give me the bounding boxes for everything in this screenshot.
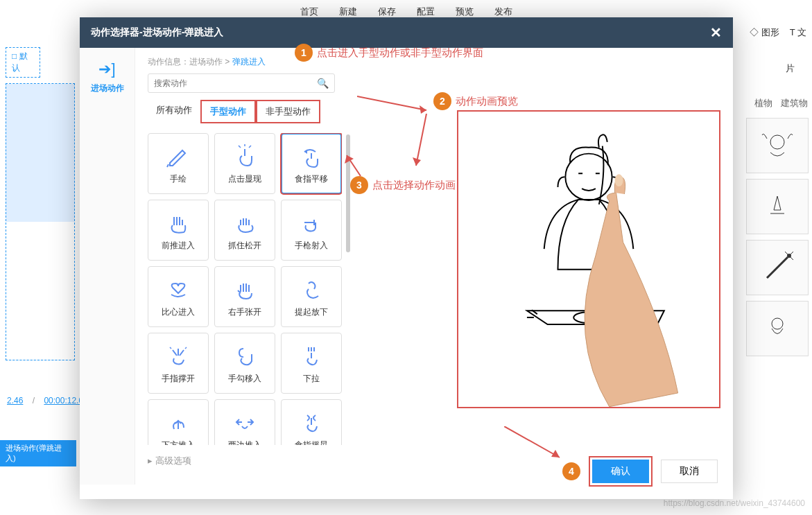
open-hand-icon [232,276,257,302]
svg-line-15 [504,426,560,457]
action-label: 提起放下 [295,306,328,318]
action-card[interactable]: 右手张开 [214,266,275,327]
push-icon [166,209,191,236]
preview-illustration [458,112,719,407]
action-label: 两边推入 [228,439,261,446]
action-label: 前推进入 [162,240,195,252]
shapes-button[interactable]: ◇ 图形 [750,26,779,39]
pencil-icon [166,143,191,169]
default-tab[interactable]: □ 默认 [6,47,40,78]
left-sidebar: □ 默认 [0,42,69,366]
enter-icon: ➔] [80,48,135,82]
svg-point-8 [615,174,623,186]
filter-tab[interactable]: 手型动作 [200,100,256,123]
action-label: 下拉 [303,373,320,385]
menu-item[interactable]: 发布 [494,6,512,18]
modal-main: 动作信息：进场动作 > 弹跳进入 🔍 所有动作手型动作非手型动作 手绘点击显现食… [135,48,733,485]
action-card[interactable]: 食指平移 [281,133,342,194]
breadcrumb-link[interactable]: 弹跳进入 [232,57,266,67]
right-toolbar: ◇ 图形 T 文 [744,21,812,44]
action-card[interactable]: 比心进入 [148,266,209,327]
action-label: 右手张开 [228,306,261,318]
action-label: 下方推入 [162,439,195,446]
filter-tab[interactable]: 非手型动作 [256,100,320,123]
finger-wag-icon [299,409,324,435]
grab-icon [232,209,257,236]
annotation-2: 2 动作动画预览 [433,92,518,110]
action-card[interactable]: 手指撑开 [148,333,209,394]
svg-marker-12 [413,157,421,166]
thumb[interactable] [746,240,809,295]
svg-point-5 [565,154,612,200]
finger-swipe-icon [299,143,324,169]
hook-icon [232,342,257,369]
action-selector-modal: 动作选择器-进场动作-弹跳进入 ✕ ➔] 进场动作 动作信息：进场动作 > 弹跳… [80,17,733,499]
sidebar-tab[interactable]: 进场动作 [80,82,135,94]
push-up-icon [166,409,191,435]
action-card[interactable]: 两边推入 [214,399,275,445]
action-card[interactable]: 抓住松开 [214,200,275,261]
modal-sidebar: ➔] 进场动作 [80,48,135,485]
timeline-effect-block[interactable]: 进场动作(弹跳进入) [0,440,76,466]
timeline-time[interactable]: 2.46 [0,392,30,409]
confirm-highlight: 确认 [589,456,653,487]
cancel-button[interactable]: 取消 [661,460,718,483]
menu-item[interactable]: 配置 [417,6,435,18]
svg-line-9 [357,96,426,110]
lift-icon [299,276,324,302]
svg-marker-10 [420,105,426,114]
action-label: 手指撑开 [162,373,195,385]
right-word: 片 [786,62,795,75]
pull-down-icon [299,342,324,369]
action-card[interactable]: 下拉 [281,333,342,394]
annotation-3: 3 点击选择动作动画 [350,176,456,194]
action-card[interactable]: 提起放下 [281,266,342,327]
tag[interactable]: 建筑物 [781,97,808,110]
spread-icon [166,342,191,369]
action-card[interactable]: 下方推入 [148,399,209,445]
action-label: 比心进入 [162,306,195,318]
action-card[interactable]: 手勾移入 [214,333,275,394]
action-grid: 手绘点击显现食指平移前推进入抓住松开手枪射入比心进入右手张开提起放下手指撑开手勾… [148,133,342,445]
action-card[interactable]: 手枪射入 [281,200,342,261]
action-card[interactable]: 点击显现 [214,133,275,194]
push-sides-icon [232,409,257,435]
annotation-4-badge: 4 [562,462,580,480]
search-box[interactable]: 🔍 [148,73,335,93]
menu-item[interactable]: 新建 [339,6,357,18]
modal-footer: 4 确认 取消 [562,456,718,487]
text-button[interactable]: T 文 [790,26,806,39]
menu-item[interactable]: 首页 [300,6,318,18]
tag[interactable]: 植物 [754,97,772,110]
search-icon[interactable]: 🔍 [317,78,329,89]
thumb[interactable] [746,179,809,234]
watermark: https://blog.csdn.net/weixin_43744600 [664,498,805,508]
action-label: 手枪射入 [295,240,328,252]
arrow-icon [413,114,440,176]
action-label: 食指摇晃 [295,439,328,446]
thumb[interactable] [746,118,809,173]
action-card[interactable]: 手绘 [148,133,209,194]
svg-point-3 [772,318,783,329]
close-icon[interactable]: ✕ [710,26,722,40]
svg-point-0 [770,135,784,149]
action-label: 点击显现 [228,173,261,185]
action-label: 手勾移入 [228,373,261,385]
svg-line-1 [767,257,788,278]
confirm-button[interactable]: 确认 [592,460,649,483]
search-input[interactable] [154,78,317,88]
action-card[interactable]: 前推进入 [148,200,209,261]
annotation-1: 1 点击进入手型动作或非手型动作界面 [295,44,483,62]
filter-tab[interactable]: 所有动作 [148,100,200,123]
menu-item[interactable]: 预览 [456,6,474,18]
modal-title: 动作选择器-进场动作-弹跳进入 [91,26,223,39]
menu-item[interactable]: 保存 [378,6,396,18]
category-tags: 植物 建筑物 [754,97,808,110]
action-label: 手绘 [170,173,187,185]
tap-icon [232,143,257,169]
svg-line-11 [416,114,426,166]
svg-marker-14 [345,155,354,164]
action-card[interactable]: 食指摇晃 [281,399,342,445]
heart-icon [166,276,191,302]
thumb[interactable] [746,301,809,356]
